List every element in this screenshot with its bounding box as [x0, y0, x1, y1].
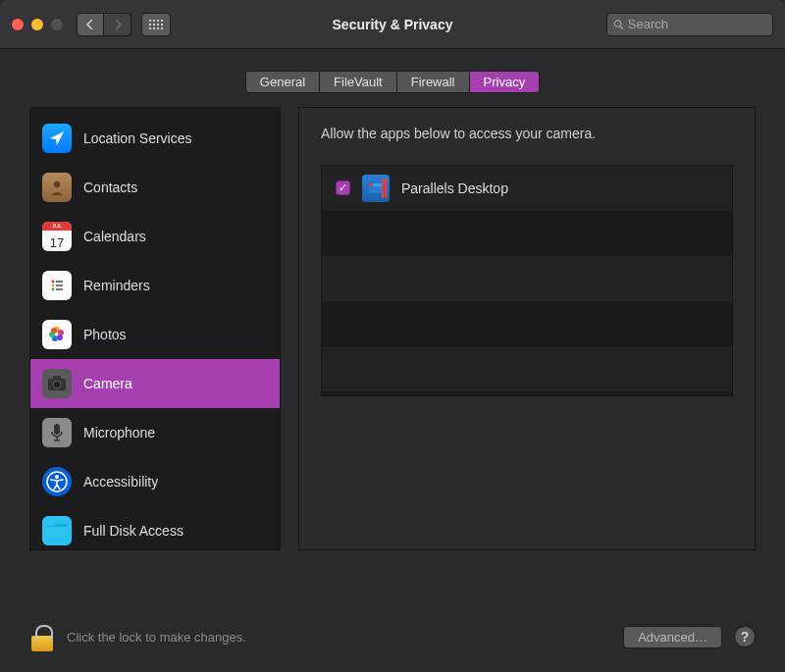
svg-line-1	[620, 26, 623, 28]
svg-rect-23	[47, 527, 67, 538]
show-all-button[interactable]	[141, 13, 171, 36]
photos-icon	[42, 320, 72, 349]
search-input[interactable]	[628, 17, 766, 31]
sidebar-item-location-services[interactable]: Location Services	[30, 114, 280, 163]
app-row-empty	[322, 301, 732, 346]
sidebar-item-label: Calendars	[83, 229, 146, 244]
svg-rect-6	[56, 284, 63, 286]
sidebar-item-accessibility[interactable]: Accessibility	[30, 457, 280, 506]
location-icon	[42, 124, 72, 153]
content: Location Services Contacts JUL 17 Calend…	[0, 107, 785, 550]
svg-rect-4	[56, 281, 63, 283]
app-row[interactable]: ✓ Parallels Desktop	[322, 166, 732, 211]
tab-firewall[interactable]: Firewall	[397, 72, 470, 92]
sidebar-item-label: Accessibility	[83, 474, 158, 490]
svg-rect-8	[56, 288, 63, 290]
sidebar-item-reminders[interactable]: Reminders	[30, 261, 280, 310]
tab-general[interactable]: General	[246, 72, 320, 92]
minimize-window-button[interactable]	[31, 19, 43, 30]
grid-icon	[149, 20, 163, 29]
app-row-empty	[322, 346, 732, 391]
app-row-empty	[322, 211, 732, 256]
svg-point-22	[55, 475, 59, 479]
sidebar-item-label: Camera	[83, 376, 132, 391]
svg-point-11	[57, 335, 63, 340]
detail-panel: Allow the apps below to access your came…	[298, 107, 756, 550]
sidebar-item-calendars[interactable]: JUL 17 Calendars	[30, 212, 280, 261]
calendar-icon: JUL 17	[42, 222, 72, 251]
lock-icon[interactable]	[29, 622, 55, 651]
svg-point-0	[614, 20, 620, 26]
titlebar: Security & Privacy	[0, 0, 785, 49]
app-name: Parallels Desktop	[401, 181, 508, 196]
panel-description: Allow the apps below to access your came…	[321, 126, 733, 141]
sidebar-item-microphone[interactable]: Microphone	[30, 408, 280, 457]
sidebar-item-label: Location Services	[83, 130, 192, 146]
camera-icon	[42, 369, 72, 398]
folder-icon	[42, 516, 72, 545]
svg-point-16	[53, 381, 61, 388]
parallels-icon	[362, 175, 390, 202]
sidebar-item-photos[interactable]: Photos	[30, 310, 280, 359]
sidebar-item-label: Microphone	[83, 425, 155, 440]
reminders-icon	[42, 271, 72, 300]
accessibility-icon	[42, 467, 72, 496]
sidebar-item-label: Full Disk Access	[83, 523, 183, 539]
svg-point-3	[52, 281, 55, 284]
sidebar: Location Services Contacts JUL 17 Calend…	[29, 107, 281, 550]
close-window-button[interactable]	[12, 19, 24, 30]
svg-point-5	[52, 284, 55, 287]
svg-rect-18	[54, 424, 60, 435]
svg-rect-25	[369, 183, 372, 186]
window-controls	[12, 19, 63, 30]
tab-filevault[interactable]: FileVault	[320, 72, 397, 92]
footer: Click the lock to make changes. Advanced…	[0, 601, 785, 672]
sidebar-item-camera[interactable]: Camera	[30, 359, 280, 408]
search-icon	[613, 19, 624, 30]
contacts-icon	[42, 173, 72, 202]
tab-privacy[interactable]: Privacy	[470, 72, 540, 92]
sidebar-item-label: Contacts	[83, 180, 137, 195]
advanced-button[interactable]: Advanced…	[623, 626, 722, 648]
svg-point-7	[52, 288, 55, 291]
tabs-row: General FileVault Firewall Privacy	[0, 49, 785, 107]
help-button[interactable]: ?	[734, 626, 756, 647]
app-row-empty	[322, 256, 732, 301]
sidebar-item-contacts[interactable]: Contacts	[30, 163, 280, 212]
sidebar-item-label: Photos	[83, 327, 127, 342]
forward-button[interactable]	[104, 13, 131, 36]
app-checkbox[interactable]: ✓	[336, 181, 350, 195]
nav-buttons	[77, 13, 131, 36]
back-button[interactable]	[77, 13, 104, 36]
sidebar-item-label: Reminders	[83, 278, 150, 293]
lock-text: Click the lock to make changes.	[67, 630, 246, 645]
svg-point-10	[58, 330, 64, 336]
svg-rect-17	[53, 376, 61, 380]
svg-point-2	[54, 181, 60, 187]
microphone-icon	[42, 418, 72, 447]
zoom-window-button[interactable]	[51, 19, 63, 30]
svg-point-14	[51, 328, 57, 334]
app-list: ✓ Parallels Desktop	[321, 165, 733, 396]
sidebar-item-full-disk-access[interactable]: Full Disk Access	[30, 506, 280, 555]
tabs: General FileVault Firewall Privacy	[245, 71, 540, 93]
search-field[interactable]	[606, 13, 773, 36]
